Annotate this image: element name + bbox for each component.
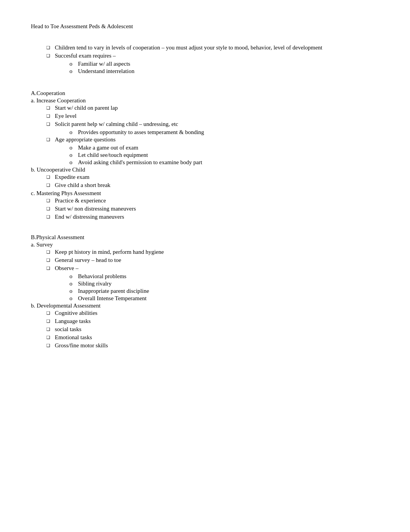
section-b-heading: B.Physical Assessment (31, 234, 379, 241)
sB-bullet1: ❑ Expedite exam (31, 174, 379, 180)
survey-bullet2: ❑ General survey – head to toe (31, 257, 379, 263)
survey-b3-sub1-text: Behavioral problems (78, 273, 379, 280)
sA-b4-sub1-text: Make a game out of exam (78, 144, 379, 151)
sC-b3-text: End w/ distressing maneuvers (55, 214, 379, 220)
sC-bullet3: ❑ End w/ distressing maneuvers (31, 214, 379, 220)
intro-sub-2: o Understand interrelation (31, 68, 379, 75)
sC-b2-char: ❑ (46, 206, 55, 212)
sA-b3-text: Solicit parent help w/ calming child – u… (55, 121, 379, 127)
dev-b5-char: ❑ (46, 342, 55, 349)
survey-b3-sub4: o Overall Intense Temperament (31, 295, 379, 302)
intro-sub-1: o Familiar w/ all aspects (31, 61, 379, 67)
dev-b4-text: Emotional tasks (55, 334, 379, 341)
sA-b4-sub1-char: o (69, 144, 78, 151)
sB-bullet2: ❑ Give child a short break (31, 182, 379, 189)
sA-b4-sub3: o Avoid asking child's permission to exa… (31, 159, 379, 166)
bullet-char-2: ❑ (46, 53, 55, 59)
survey-b1-text: Keep pt history in mind, perform hand hy… (55, 249, 379, 255)
sC-b2-text: Start w/ non distressing maneuvers (55, 206, 379, 212)
survey-b2-char: ❑ (46, 257, 55, 263)
dev-bullet4: ❑ Emotional tasks (31, 334, 379, 341)
sA-bullet3: ❑ Solicit parent help w/ calming child –… (31, 121, 379, 127)
dev-bullet3: ❑ social tasks (31, 326, 379, 333)
intro-bullet-2: ❑ Succesful exam requires – (31, 53, 379, 59)
sC-b3-char: ❑ (46, 214, 55, 220)
dev-b3-char: ❑ (46, 326, 55, 333)
survey-bullet3: ❑ Observe – (31, 265, 379, 272)
subsection-survey-heading: a. Survey (31, 241, 379, 248)
subsection-dev-heading: b. Developmental Assessment (31, 303, 379, 309)
dev-bullet5: ❑ Gross/fine motor skills (31, 342, 379, 349)
survey-b3-sub3-char: o (69, 288, 78, 294)
survey-b3-sub4-text: Overall Intense Temperament (78, 295, 379, 302)
intro-section: ❑ Children tend to vary in levels of coo… (31, 44, 379, 75)
sA-b3-sub1-text: Provides opportunity to asses temperamen… (78, 129, 379, 136)
sB-b1-text: Expedite exam (55, 174, 379, 180)
page-title: Head to Toe Assessment Peds & Adolescent (31, 23, 379, 30)
sA-b2-char: ❑ (46, 113, 55, 119)
survey-b3-sub4-char: o (69, 295, 78, 302)
sA-b4-sub1: o Make a game out of exam (31, 144, 379, 151)
sA-b4-sub2-char: o (69, 152, 78, 158)
survey-b3-sub3: o Inappropriate parent discipline (31, 288, 379, 294)
sB-b1-char: ❑ (46, 174, 55, 180)
survey-b3-sub2: o Sibling rivalry (31, 280, 379, 287)
sC-b1-char: ❑ (46, 197, 55, 204)
intro-bullet-1-text: Children tend to vary in levels of coope… (55, 44, 379, 51)
sA-bullet4: ❑ Age appropriate questions (31, 136, 379, 143)
survey-b3-sub3-text: Inappropriate parent discipline (78, 288, 379, 294)
survey-b3-sub1-char: o (69, 273, 78, 280)
sA-b4-sub2-text: Let child see/touch equipment (78, 152, 379, 158)
section-a-heading: A.Cooperation (31, 90, 379, 97)
sC-b1-text: Practice & experience (55, 197, 379, 204)
sA-b1-text: Start w/ child on parent lap (55, 105, 379, 111)
intro-sub-1-text: Familiar w/ all aspects (78, 61, 379, 67)
sA-b2-text: Eye level (55, 113, 379, 119)
dev-bullet2: ❑ Language tasks (31, 318, 379, 325)
subsection-a-heading: a. Increase Cooperation (31, 97, 379, 104)
sA-b1-char: ❑ (46, 105, 55, 111)
survey-b3-text: Observe – (55, 265, 379, 272)
dev-bullet1: ❑ Cognitive abilities (31, 310, 379, 316)
intro-sub-2-text: Understand interrelation (78, 68, 379, 75)
survey-b3-sub2-char: o (69, 280, 78, 287)
intro-bullet-1: ❑ Children tend to vary in levels of coo… (31, 44, 379, 51)
sA-b3-sub1: o Provides opportunity to asses temperam… (31, 129, 379, 136)
dev-b2-char: ❑ (46, 318, 55, 325)
sB-b2-char: ❑ (46, 182, 55, 189)
sA-bullet2: ❑ Eye level (31, 113, 379, 119)
dev-b1-text: Cognitive abilities (55, 310, 379, 316)
dev-b2-text: Language tasks (55, 318, 379, 325)
sA-b3-sub1-char: o (69, 129, 78, 136)
dev-b3-text: social tasks (55, 326, 379, 333)
intro-sub-char-2: o (69, 68, 78, 75)
survey-b3-sub1: o Behavioral problems (31, 273, 379, 280)
subsection-b-heading: b. Uncooperative Child (31, 167, 379, 173)
sA-b4-sub2: o Let child see/touch equipment (31, 152, 379, 158)
sA-bullet1: ❑ Start w/ child on parent lap (31, 105, 379, 111)
sC-bullet2: ❑ Start w/ non distressing maneuvers (31, 206, 379, 212)
sA-b4-sub3-char: o (69, 159, 78, 166)
dev-b5-text: Gross/fine motor skills (55, 342, 379, 349)
survey-b3-sub2-text: Sibling rivalry (78, 280, 379, 287)
sA-b4-char: ❑ (46, 136, 55, 143)
dev-b1-char: ❑ (46, 310, 55, 316)
sA-b3-char: ❑ (46, 121, 55, 127)
sB-b2-text: Give child a short break (55, 182, 379, 189)
intro-sub-char-1: o (69, 61, 78, 67)
sC-bullet1: ❑ Practice & experience (31, 197, 379, 204)
subsection-c-heading: c. Mastering Phys Assessment (31, 190, 379, 197)
sA-b4-sub3-text: Avoid asking child's permission to exami… (78, 159, 379, 166)
survey-b1-char: ❑ (46, 249, 55, 255)
dev-b4-char: ❑ (46, 334, 55, 341)
survey-b3-char: ❑ (46, 265, 55, 272)
survey-b2-text: General survey – head to toe (55, 257, 379, 263)
sA-b4-text: Age appropriate questions (55, 136, 379, 143)
survey-bullet1: ❑ Keep pt history in mind, perform hand … (31, 249, 379, 255)
intro-bullet-2-text: Succesful exam requires – (55, 53, 379, 59)
bullet-char-1: ❑ (46, 44, 55, 51)
